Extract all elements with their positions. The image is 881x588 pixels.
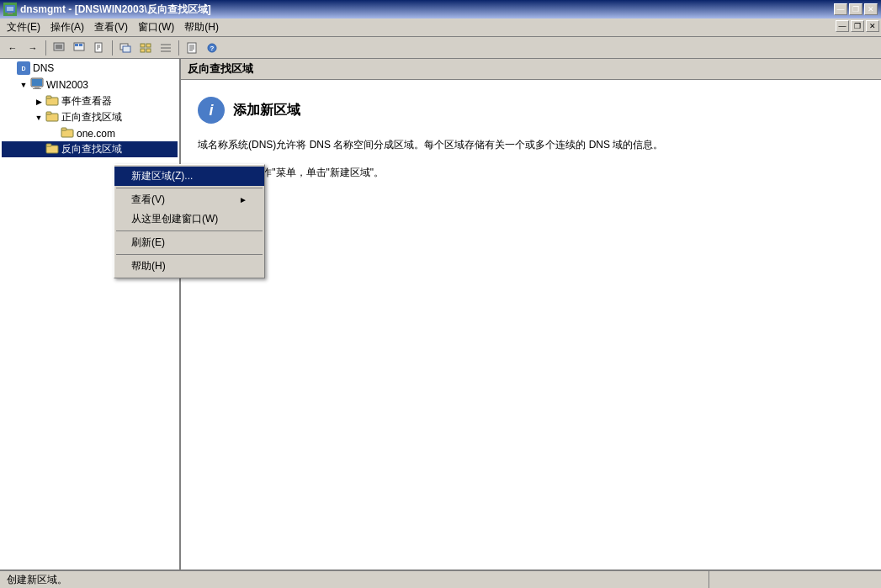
list-button[interactable]: [136, 40, 155, 56]
status-text: 创建新区域。: [7, 573, 67, 587]
right-panel-header: 反向查找区域: [181, 59, 881, 80]
right-header-text: 反向查找区域: [188, 62, 253, 75]
help-button[interactable]: ?: [203, 40, 221, 56]
ctx-new-zone[interactable]: 新建区域(Z)...: [114, 167, 264, 186]
tree-label-reverse: 反向查找区域: [61, 142, 122, 156]
menu-view[interactable]: 查看(V): [89, 19, 133, 36]
inner-close-button[interactable]: ✕: [866, 20, 879, 32]
svg-rect-21: [188, 43, 196, 53]
folder-reverse-icon: [45, 142, 59, 156]
title-controls[interactable]: — ❐ ✕: [834, 3, 878, 15]
tree-label-forward: 正向查找区域: [61, 110, 122, 124]
forward-button[interactable]: →: [24, 40, 42, 56]
svg-rect-37: [46, 112, 51, 114]
back-button[interactable]: ←: [3, 40, 22, 56]
svg-rect-7: [79, 44, 82, 46]
expand-win2003: ▼: [17, 78, 30, 92]
svg-text:?: ?: [210, 45, 215, 52]
menu-window[interactable]: 窗口(W): [133, 19, 179, 36]
folder-event-icon: [45, 94, 59, 109]
right-panel-content: i 添加新区域 域名称系统(DNS)允许将 DNS 名称空间分成区域。每个区域存…: [181, 80, 881, 569]
add-zone-title: 添加新区域: [233, 102, 300, 119]
tree-item-forward[interactable]: ▼ 正向查找区域: [2, 109, 178, 125]
add-zone-section: i 添加新区域: [198, 97, 864, 124]
tree-item-reverse[interactable]: 反向查找区域: [2, 141, 178, 157]
tree-label-onecom: one.com: [77, 128, 115, 140]
minimize-button[interactable]: —: [834, 3, 847, 15]
svg-rect-15: [141, 49, 145, 52]
detail-button[interactable]: [157, 40, 175, 56]
svg-rect-4: [56, 45, 62, 49]
expand-reverse: [32, 143, 45, 156]
menu-action[interactable]: 操作(A): [45, 19, 89, 36]
inner-minimize-button[interactable]: —: [836, 20, 849, 32]
ctx-separator-2: [116, 230, 263, 231]
tree-item-dns[interactable]: D DNS: [2, 61, 178, 76]
computer-icon: [30, 77, 44, 93]
svg-rect-13: [123, 46, 130, 52]
svg-rect-33: [33, 88, 41, 89]
ctx-create-window[interactable]: 从这里创建窗口(W): [114, 209, 264, 229]
status-pane-main: 创建新区域。: [3, 571, 709, 588]
svg-rect-16: [146, 44, 151, 47]
restore-button[interactable]: ❐: [849, 3, 862, 15]
inner-restore-button[interactable]: ❐: [851, 20, 864, 32]
tree-item-eventviewer[interactable]: ▶ 事件查看器: [2, 93, 178, 109]
title-bar: dnsmgmt - [DNS\WIN2003\反向查找区域] — ❐ ✕: [0, 0, 881, 19]
ctx-arrow-view: ►: [239, 195, 247, 204]
context-menu: 新建区域(Z)... 查看(V) ► 从这里创建窗口(W) 刷新(E) 帮助(H…: [114, 164, 265, 278]
properties-button[interactable]: [183, 40, 201, 56]
svg-rect-1: [7, 7, 13, 11]
desc-text-2: 区域，请在"操作"菜单，单击"新建区域"。: [198, 165, 864, 181]
toolbar-separator-3: [178, 40, 179, 56]
title-text: dnsmgmt - [DNS\WIN2003\反向查找区域]: [20, 3, 211, 17]
folder-forward-icon: [45, 110, 59, 124]
close-button[interactable]: ✕: [864, 3, 878, 15]
title-bar-content: dnsmgmt - [DNS\WIN2003\反向查找区域]: [3, 3, 211, 17]
expand-dns: [3, 61, 17, 75]
toolbar-separator-1: [45, 40, 46, 56]
expand-onecom: [47, 127, 61, 140]
ctx-separator-1: [116, 188, 263, 188]
svg-rect-31: [32, 79, 42, 86]
folder-onecom-icon: [61, 126, 74, 140]
app-icon: [3, 3, 17, 16]
svg-text:D: D: [21, 66, 25, 72]
dns-icon: D: [17, 61, 30, 75]
tree-panel: D DNS ▼ WIN2003: [0, 59, 181, 569]
ctx-help[interactable]: 帮助(H): [114, 257, 264, 276]
up-button[interactable]: [50, 40, 68, 56]
status-pane-secondary: [709, 571, 878, 588]
show-scope-button[interactable]: [70, 40, 88, 56]
expand-forward: ▼: [32, 111, 45, 124]
info-icon: i: [198, 97, 225, 124]
svg-rect-2: [8, 13, 13, 14]
svg-rect-41: [46, 144, 51, 146]
svg-rect-39: [61, 128, 66, 130]
expand-event: ▶: [32, 95, 45, 109]
ctx-refresh[interactable]: 刷新(E): [114, 233, 264, 252]
ctx-separator-3: [116, 254, 263, 255]
new-button[interactable]: [90, 40, 109, 56]
svg-rect-17: [146, 49, 151, 52]
svg-rect-32: [34, 87, 40, 88]
desc-text-1: 域名称系统(DNS)允许将 DNS 名称空间分成区域。每个区域存储有关一个或多个…: [198, 137, 864, 153]
tree-body: D DNS ▼ WIN2003: [0, 59, 179, 159]
toolbar: ← →: [0, 37, 881, 59]
tree-label-event: 事件查看器: [61, 94, 112, 109]
tree-label-win2003: WIN2003: [46, 79, 88, 91]
menu-bar: 文件(E) 操作(A) 查看(V) 窗口(W) 帮助(H): [0, 19, 881, 37]
tree-item-win2003[interactable]: ▼ WIN2003: [2, 76, 178, 93]
svg-rect-6: [75, 44, 78, 46]
menu-file[interactable]: 文件(E): [2, 19, 45, 36]
svg-rect-14: [141, 44, 145, 47]
tree-item-onecom[interactable]: one.com: [2, 125, 178, 141]
menu-help[interactable]: 帮助(H): [179, 19, 224, 36]
tree-label-dns: DNS: [33, 62, 54, 74]
svg-rect-35: [46, 96, 51, 98]
main-area: D DNS ▼ WIN2003: [0, 59, 881, 569]
export-button[interactable]: [116, 40, 135, 56]
right-panel: 反向查找区域 i 添加新区域 域名称系统(DNS)允许将 DNS 名称空间分成区…: [181, 59, 881, 569]
status-bar: 创建新区域。: [0, 569, 881, 588]
ctx-view[interactable]: 查看(V) ►: [114, 190, 264, 209]
